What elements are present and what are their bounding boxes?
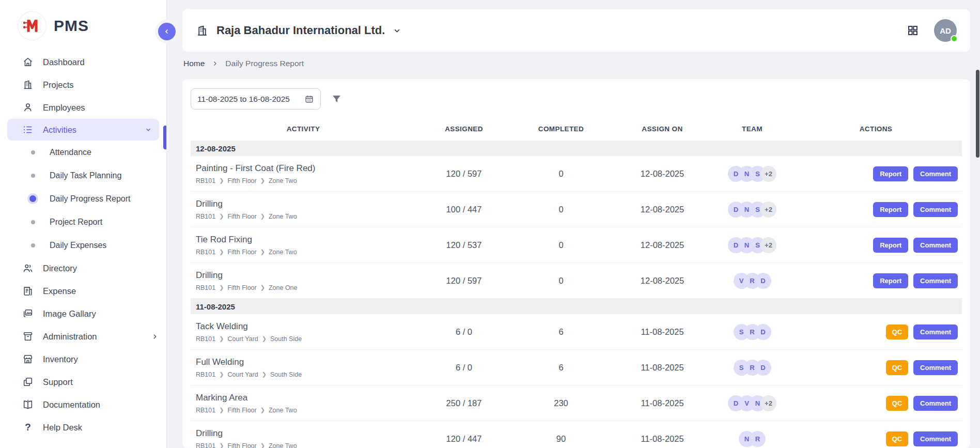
team-member-badge: R	[750, 431, 766, 447]
sidebar-subitem-project-report[interactable]: Project Report	[0, 210, 166, 234]
copy-icon	[22, 376, 34, 388]
table-row: Painting - First Coat (Fire Red) RB101 ❯…	[191, 156, 962, 192]
path-floor: Fifth Floor	[227, 407, 256, 414]
path-project: RB101	[196, 213, 215, 220]
path-zone: Zone Two	[269, 249, 297, 256]
sidebar-item-expense[interactable]: Expense	[0, 280, 166, 302]
sidebar-item-documentation[interactable]: Documentation	[0, 393, 166, 416]
app-logo[interactable]: PMS	[0, 7, 166, 45]
assign-on-value: 12-08-2025	[610, 169, 714, 179]
chevron-right-icon: ❯	[219, 284, 224, 291]
sidebar-subitem-daily-task-planning[interactable]: Daily Task Planning	[0, 164, 166, 187]
bullet-icon	[31, 220, 35, 224]
date-group-header: 12-08-2025	[191, 141, 962, 156]
sidebar-item-inventory[interactable]: Inventory	[0, 348, 166, 370]
qc-button[interactable]: QC	[886, 360, 909, 375]
comment-button[interactable]: Comment	[913, 238, 958, 253]
team-extra-count-badge: +2	[760, 395, 776, 411]
sidebar-item-dashboard[interactable]: Dashboard	[0, 51, 166, 73]
report-button[interactable]: Report	[873, 166, 908, 181]
sidebar-subitem-daily-expenses[interactable]: Daily Expenses	[0, 234, 166, 257]
team-avatars: S R D	[714, 324, 790, 340]
sidebar-item-help-desk[interactable]: ? Help Desk	[0, 416, 166, 439]
sidebar-subitem-attendance[interactable]: Attendance	[0, 141, 166, 164]
group-date: 11-08-2025	[196, 302, 235, 311]
qc-button[interactable]: QC	[886, 396, 909, 411]
qc-button[interactable]: QC	[886, 431, 909, 446]
path-zone: Zone Two	[269, 442, 297, 448]
assigned-value: 100 / 447	[416, 205, 512, 214]
path-floor: Fifth Floor	[227, 177, 256, 184]
avatar-initials: AD	[940, 26, 951, 35]
team-extra-count-badge: +2	[760, 166, 776, 182]
chevron-right-icon: ❯	[219, 371, 224, 378]
sidebar-item-label: Expense	[43, 286, 76, 296]
sidebar-item-directory[interactable]: Directory	[0, 257, 166, 280]
path-zone: South Side	[270, 371, 302, 378]
filter-funnel-icon[interactable]	[331, 94, 342, 104]
path-floor: Court Yard	[227, 371, 258, 378]
vertical-scrollbar-thumb[interactable]	[976, 70, 979, 158]
company-selector[interactable]: Raja Bahadur International Ltd.	[196, 24, 401, 37]
comment-button[interactable]: Comment	[913, 396, 958, 411]
sidebar-subitem-label: Project Report	[50, 218, 102, 227]
sidebar-item-projects[interactable]: Projects	[0, 73, 166, 96]
team-member-badge: D	[755, 360, 771, 376]
comment-button[interactable]: Comment	[913, 273, 958, 288]
sidebar-item-label: Documentation	[43, 400, 100, 410]
path-project: RB101	[196, 284, 215, 291]
chevron-right-icon: ❯	[260, 177, 265, 184]
sidebar-item-image-gallary[interactable]: Image Gallary	[0, 302, 166, 325]
comment-button[interactable]: Comment	[913, 166, 958, 181]
column-header-assigned: ASSIGNED	[416, 125, 512, 133]
comment-button[interactable]: Comment	[913, 202, 958, 217]
sidebar-item-label: Support	[43, 377, 73, 387]
sidebar-subitem-label: Daily Expenses	[50, 241, 106, 250]
home-icon	[22, 56, 34, 68]
completed-value: 230	[512, 398, 610, 408]
chevron-right-icon: ❯	[219, 177, 224, 184]
team-avatars: N R	[714, 431, 790, 447]
assigned-value: 120 / 597	[416, 276, 512, 286]
sidebar-item-label: Dashboard	[43, 57, 85, 67]
date-group-header: 11-08-2025	[191, 299, 962, 314]
column-header-team: TEAM	[714, 125, 790, 133]
comment-button[interactable]: Comment	[913, 360, 958, 375]
sidebar-item-label: Activities	[43, 125, 76, 135]
team-avatars: D V N +2	[714, 395, 790, 411]
report-button[interactable]: Report	[873, 238, 908, 253]
assigned-value: 120 / 447	[416, 434, 512, 444]
sidebar-item-label: Administration	[43, 332, 97, 342]
path-project: RB101	[196, 249, 215, 256]
activity-title: Full Welding	[196, 357, 416, 367]
sidebar-item-administration[interactable]: Administration	[0, 325, 166, 348]
screen: PMS Dashboard Projects	[0, 0, 980, 448]
sidebar-item-activities[interactable]: Activities	[7, 119, 159, 141]
sidebar-item-label: Inventory	[43, 354, 78, 364]
activity-title: Drilling	[196, 270, 416, 281]
qc-button[interactable]: QC	[886, 325, 909, 339]
path-zone: Zone Two	[269, 407, 297, 414]
comment-button[interactable]: Comment	[913, 325, 958, 339]
path-project: RB101	[196, 407, 215, 414]
sidebar-item-label: Projects	[43, 80, 74, 90]
archive-icon	[22, 330, 34, 343]
sidebar-item-support[interactable]: Support	[0, 370, 166, 393]
date-range-input[interactable]: 11-08-2025 to 16-08-2025	[191, 88, 321, 110]
activity-title: Painting - First Coat (Fire Red)	[196, 163, 416, 174]
breadcrumb-home-link[interactable]: Home	[183, 59, 205, 68]
chevron-right-icon: ❯	[260, 442, 265, 448]
path-project: RB101	[196, 335, 215, 343]
comment-button[interactable]: Comment	[913, 431, 958, 446]
apps-grid-icon[interactable]	[905, 23, 921, 38]
path-zone: Zone One	[269, 284, 298, 291]
sidebar-subitem-daily-progress-report[interactable]: Daily Progress Report	[0, 187, 166, 210]
team-member-badge: D	[755, 273, 771, 289]
sidebar-collapse-button[interactable]	[158, 23, 176, 40]
activity-title: Tie Rod Fixing	[196, 235, 416, 245]
chevron-right-icon: ❯	[260, 213, 265, 220]
user-avatar[interactable]: AD	[934, 19, 957, 42]
report-button[interactable]: Report	[873, 202, 908, 217]
sidebar-item-employees[interactable]: Employees	[0, 96, 166, 119]
report-button[interactable]: Report	[873, 273, 908, 288]
